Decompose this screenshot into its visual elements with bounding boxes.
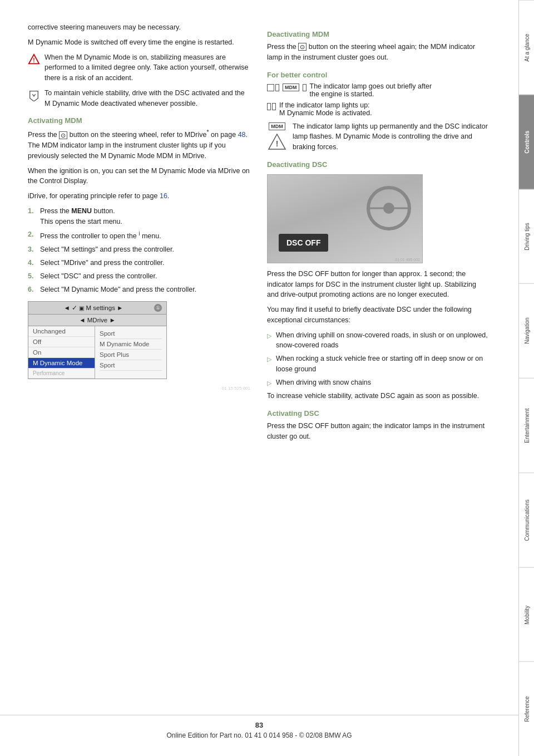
bullet-text-1: When driving uphill on snow-covered road… [276,330,490,351]
bullet-text-3: When driving with snow chains [276,377,371,388]
indicator-line1: The indicator lamp goes out briefly afte… [310,82,432,98]
menu-left-col: Unchanged Off On M Dynamic Mode Performa… [28,326,95,379]
sidebar-tab-controls[interactable]: Controls [519,95,534,189]
menu-item-on[interactable]: On [28,347,95,358]
switched-off-text: M Dynamic Mode is switched off every tim… [28,37,250,48]
bullet-item-1: ▷ When driving uphill on snow-covered ro… [267,330,490,351]
step-3: 3. Select "M settings" and press the con… [28,244,250,255]
right-column: Deactivating MDM Press the ⊙ button on t… [267,22,490,723]
dsc-off-image: DSC OFF 01 01 495 002 [267,174,423,263]
sidebar-tab-label-driving-tips: Driving tips [524,223,530,250]
sidebar-tab-label-communications: Communications [524,499,530,541]
activating-mdm-heading: Activating MDM [28,116,250,125]
sidebar-tab-mobility[interactable]: Mobility [519,567,534,662]
warning-triangle-icon: ! [28,53,40,66]
menu-screenshot: ◄ ✓ ▣ M settings ► ① ◄ MDrive ► Unchange… [28,301,167,379]
bullet-arrow-3: ▷ [267,379,271,388]
activating-mdm-p3: iDrive, for operating principle refer to… [28,191,250,202]
steering-wheel-icon [367,186,411,230]
sidebar-tab-label-mobility: Mobility [524,605,530,624]
left-column: corrective steering maneuvers may be nec… [28,22,250,723]
intro-text: corrective steering maneuvers may be nec… [28,22,250,33]
main-content: corrective steering maneuvers may be nec… [0,0,518,756]
dsc-image-watermark: 01 01 495 002 [395,258,420,262]
menu-sub-header: ◄ MDrive ► [28,315,166,326]
info-chevron-icon [28,89,40,101]
menu-item-off[interactable]: Off [28,337,95,347]
sidebar-tab-label-at-a-glance: At a glance [524,33,530,61]
step-4: 4. Select "MDrive" and press the control… [28,258,250,268]
sidebar-tab-label-controls: Controls [524,131,530,154]
sidebar-tab-label-navigation: Navigation [524,318,530,344]
mdm-label-tag: MDM [283,84,299,91]
for-better-control-heading: For better control [267,71,490,79]
step-6: 6. Select "M Dynamic Mode" and press the… [28,284,250,295]
svg-text:!: ! [33,57,34,63]
mdm-warning-icon: ! [267,132,287,153]
info-text: To maintain vehicle stability, drive wit… [44,88,250,109]
mdm-warning-block: MDM ! The indicator lamp lights up perma… [267,121,490,153]
page-container: corrective steering maneuvers may be nec… [0,0,534,756]
indicator-line3: If the indicator lamp lights up:M Dynami… [279,101,372,117]
step-2: 2. Press the controller to open the i me… [28,229,250,242]
sidebar-tab-label-reference: Reference [524,696,530,722]
dsc-off-button-label: DSC OFF [279,234,328,252]
copyright-text: Online Edition for Part no. 01 41 0 014 … [0,732,518,739]
activating-mdm-p1: Press the ⊙ button on the steering wheel… [28,128,250,161]
bullet-arrow-1: ▷ [267,331,271,351]
deactivating-mdm-text: Press the ⊙ button on the steering wheel… [267,42,490,63]
sidebar-tab-communications[interactable]: Communications [519,473,534,567]
mdm-indicator-row1: MDM The indicator lamp goes out briefly … [267,82,490,98]
menu-right-sport2: Sport [100,360,162,371]
sidebar-tab-entertainment[interactable]: Entertainment [519,378,534,473]
steps-list: 1. Press the MENU button.This opens the … [28,206,250,294]
mdm-label-small: MDM [269,122,285,130]
indicator-row2: If the indicator lamp lights up:M Dynami… [267,101,490,117]
sidebar-tab-driving-tips[interactable]: Driving tips [519,189,534,284]
svg-text:!: ! [276,139,279,148]
menu-item-performance[interactable]: Performance [28,369,95,379]
sidebar-tab-label-entertainment: Entertainment [524,408,530,443]
menu-right-sport: Sport [100,328,162,339]
bullet-text-2: When rocking a stuck vehicle free or sta… [276,354,490,375]
page-number: 83 [0,721,518,729]
activating-dsc-heading: Activating DSC [267,409,490,418]
bullet-item-2: ▷ When rocking a stuck vehicle free or s… [267,354,490,375]
bullet-list: ▷ When driving uphill on snow-covered ro… [267,330,490,388]
page-footer: 83 Online Edition for Part no. 01 41 0 0… [0,715,518,739]
menu-right-mdynamic: M Dynamic Mode [100,339,162,350]
dsc-off-p2: You may find it useful to briefly deacti… [267,305,490,326]
step-5: 5. Select "DSC" and press the controller… [28,271,250,282]
menu-item-mdynamic[interactable]: M Dynamic Mode [28,358,95,369]
activating-dsc-text: Press the DSC OFF button again; the indi… [267,421,490,442]
image-watermark: 01 15 525 001 [28,386,250,391]
sidebar-tab-reference[interactable]: Reference [519,661,534,756]
deactivating-mdm-heading: Deactivating MDM [267,30,490,38]
step-1: 1. Press the MENU button.This opens the … [28,206,250,227]
deactivating-dsc-heading: Deactivating DSC [267,160,490,169]
sidebar-tab-navigation[interactable]: Navigation [519,283,534,378]
menu-right-sport-plus: Sport Plus [100,350,162,360]
menu-body: Unchanged Off On M Dynamic Mode Performa… [28,326,166,379]
sidebar-tab-at-a-glance[interactable]: At a glance [519,0,534,95]
bullet-arrow-2: ▷ [267,355,271,375]
activating-mdm-p2: When the ignition is on, you can set the… [28,166,250,187]
dsc-off-p3: To increase vehicle stability, activate … [267,391,490,401]
menu-header: ◄ ✓ ▣ M settings ► ① [28,302,166,315]
bullet-item-3: ▷ When driving with snow chains [267,377,490,388]
menu-item-unchanged[interactable]: Unchanged [28,326,95,337]
warning-box: ! When the M Dynamic Mode is on, stabili… [28,52,250,84]
dsc-off-p1: Press the DSC OFF button for longer than… [267,269,490,300]
warning-text: When the M Dynamic Mode is on, stabilizi… [44,52,250,84]
mdm-warning-text: The indicator lamp lights up permanently… [293,121,490,153]
sidebar-tabs: At a glance Controls Driving tips Naviga… [518,0,534,756]
info-box: To maintain vehicle stability, drive wit… [28,88,250,109]
menu-right-col: Sport M Dynamic Mode Sport Plus Sport [95,326,166,379]
